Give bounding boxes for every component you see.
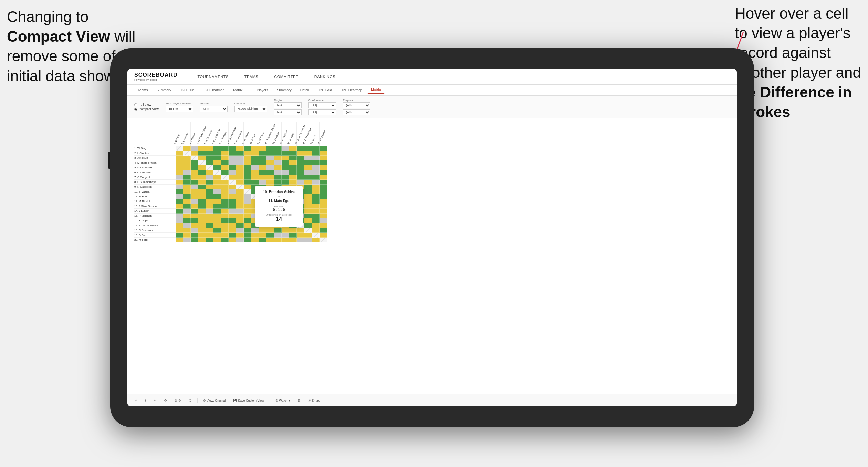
grid-cell[interactable]: [266, 170, 274, 175]
refresh-button[interactable]: ⟳: [162, 398, 169, 403]
grid-cell[interactable]: [206, 228, 213, 233]
grid-cell[interactable]: [236, 170, 244, 175]
grid-cell[interactable]: [176, 218, 183, 223]
grid-cell[interactable]: [244, 238, 251, 242]
tab-h2h-heatmap-1[interactable]: H2H Heatmap: [199, 87, 228, 93]
zoom-button[interactable]: ⊕ ⊖: [172, 398, 183, 403]
grid-cell[interactable]: [229, 189, 236, 194]
grid-cell[interactable]: [176, 223, 183, 228]
grid-cell[interactable]: [236, 214, 244, 218]
grid-cell[interactable]: [320, 170, 327, 175]
grid-cell[interactable]: [297, 233, 304, 238]
grid-cell[interactable]: [198, 160, 206, 165]
grid-cell[interactable]: [259, 165, 266, 170]
grid-cell[interactable]: [206, 238, 213, 242]
grid-cell[interactable]: [221, 165, 229, 170]
grid-cell[interactable]: [236, 199, 244, 204]
grid-cell[interactable]: [251, 228, 259, 233]
grid-cell[interactable]: [206, 223, 213, 228]
grid-cell[interactable]: [266, 156, 274, 160]
grid-cell[interactable]: [229, 165, 236, 170]
grid-cell[interactable]: [191, 233, 198, 238]
grid-cell[interactable]: [206, 214, 213, 218]
grid-cell[interactable]: [320, 228, 327, 233]
grid-cell[interactable]: [266, 146, 274, 151]
grid-cell[interactable]: [312, 165, 320, 170]
grid-cell[interactable]: [266, 180, 274, 185]
grid-cell[interactable]: [304, 180, 312, 185]
grid-cell[interactable]: [244, 170, 251, 175]
grid-cell[interactable]: [206, 151, 213, 156]
grid-cell[interactable]: [176, 156, 183, 160]
grid-cell[interactable]: [297, 228, 304, 233]
grid-cell[interactable]: [320, 189, 327, 194]
nav-teams[interactable]: TEAMS: [242, 73, 261, 80]
grid-cell[interactable]: [320, 194, 327, 199]
step-back-button[interactable]: ⟨: [143, 398, 148, 403]
grid-cell[interactable]: [183, 180, 191, 185]
grid-cell[interactable]: [176, 151, 183, 156]
grid-cell[interactable]: [213, 165, 221, 170]
grid-cell[interactable]: [251, 180, 259, 185]
grid-cell[interactable]: [304, 170, 312, 175]
grid-cell[interactable]: [191, 165, 198, 170]
grid-cell[interactable]: [320, 233, 327, 238]
share-button[interactable]: ⇗ Share: [306, 398, 322, 403]
grid-cell[interactable]: [221, 214, 229, 218]
grid-cell[interactable]: [282, 151, 289, 156]
grid-cell[interactable]: [198, 228, 206, 233]
nav-rankings[interactable]: RANKINGS: [312, 73, 338, 80]
grid-cell[interactable]: [259, 180, 266, 185]
grid-cell[interactable]: [244, 151, 251, 156]
grid-cell[interactable]: [274, 180, 282, 185]
grid-cell[interactable]: [236, 233, 244, 238]
grid-cell[interactable]: [244, 233, 251, 238]
grid-cell[interactable]: [251, 151, 259, 156]
tab-summary-2[interactable]: Summary: [273, 87, 295, 93]
grid-cell[interactable]: [251, 165, 259, 170]
grid-cell[interactable]: [236, 160, 244, 165]
grid-cell[interactable]: [297, 165, 304, 170]
grid-cell[interactable]: [213, 204, 221, 209]
grid-cell[interactable]: [259, 233, 266, 238]
grid-cell[interactable]: [282, 175, 289, 180]
grid-cell[interactable]: [198, 199, 206, 204]
grid-cell[interactable]: [213, 170, 221, 175]
grid-cell[interactable]: [191, 180, 198, 185]
grid-cell[interactable]: [266, 165, 274, 170]
grid-cell[interactable]: [206, 165, 213, 170]
grid-cell[interactable]: [236, 209, 244, 214]
grid-cell[interactable]: [244, 199, 251, 204]
grid-cell[interactable]: [229, 151, 236, 156]
grid-cell[interactable]: [198, 165, 206, 170]
grid-cell[interactable]: [236, 238, 244, 242]
grid-cell[interactable]: [221, 218, 229, 223]
grid-cell[interactable]: [176, 180, 183, 185]
grid-cell[interactable]: [213, 151, 221, 156]
grid-cell[interactable]: [213, 223, 221, 228]
grid-cell[interactable]: [176, 228, 183, 233]
grid-cell[interactable]: [221, 170, 229, 175]
grid-cell[interactable]: [297, 156, 304, 160]
grid-cell[interactable]: [183, 151, 191, 156]
grid-cell[interactable]: [289, 156, 297, 160]
grid-cell[interactable]: [244, 146, 251, 151]
grid-cell[interactable]: [297, 170, 304, 175]
grid-cell[interactable]: [183, 146, 191, 151]
grid-cell[interactable]: [297, 175, 304, 180]
grid-cell[interactable]: [244, 228, 251, 233]
tab-detail[interactable]: Detail: [297, 87, 313, 93]
grid-cell[interactable]: [282, 228, 289, 233]
grid-cell[interactable]: [229, 209, 236, 214]
grid-cell[interactable]: [282, 170, 289, 175]
region-select-1[interactable]: N/A: [274, 102, 302, 108]
grid-cell[interactable]: [236, 146, 244, 151]
grid-cell[interactable]: [198, 194, 206, 199]
grid-cell[interactable]: [198, 146, 206, 151]
grid-cell[interactable]: [244, 189, 251, 194]
grid-cell[interactable]: [229, 146, 236, 151]
grid-cell[interactable]: [183, 185, 191, 189]
grid-cell[interactable]: [213, 175, 221, 180]
conference-select-1[interactable]: (All): [308, 102, 336, 108]
grid-cell[interactable]: [229, 199, 236, 204]
